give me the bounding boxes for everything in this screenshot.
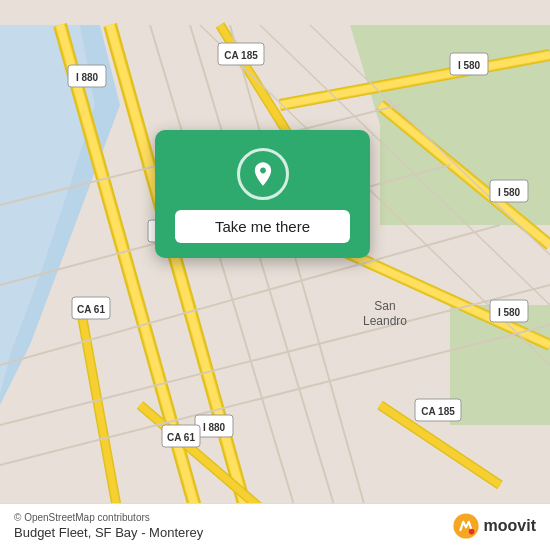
svg-text:CA 185: CA 185: [421, 406, 455, 417]
app-title: Budget Fleet, SF Bay - Monterey: [14, 525, 203, 540]
svg-text:CA 61: CA 61: [167, 432, 195, 443]
svg-point-37: [468, 529, 474, 535]
popup-card: Take me there: [155, 130, 370, 258]
svg-text:Leandro: Leandro: [363, 314, 407, 328]
svg-text:I 580: I 580: [458, 60, 481, 71]
moovit-logo: moovit: [452, 512, 536, 540]
take-me-there-button[interactable]: Take me there: [175, 210, 350, 243]
svg-text:I 580: I 580: [498, 307, 521, 318]
svg-text:CA 185: CA 185: [224, 50, 258, 61]
osm-credit: © OpenStreetMap contributors: [14, 512, 203, 523]
bottom-bar: © OpenStreetMap contributors Budget Flee…: [0, 503, 550, 550]
svg-text:I 880: I 880: [76, 72, 99, 83]
svg-text:I 880: I 880: [203, 422, 226, 433]
location-pin-icon: [237, 148, 289, 200]
svg-text:CA 61: CA 61: [77, 304, 105, 315]
moovit-text: moovit: [484, 517, 536, 535]
map-container: I 880 I 880 I 880 CA 185 CA 61 CA 61 CA …: [0, 0, 550, 550]
bottom-bar-info: © OpenStreetMap contributors Budget Flee…: [14, 512, 203, 540]
svg-text:I 580: I 580: [498, 187, 521, 198]
svg-text:San: San: [374, 299, 395, 313]
